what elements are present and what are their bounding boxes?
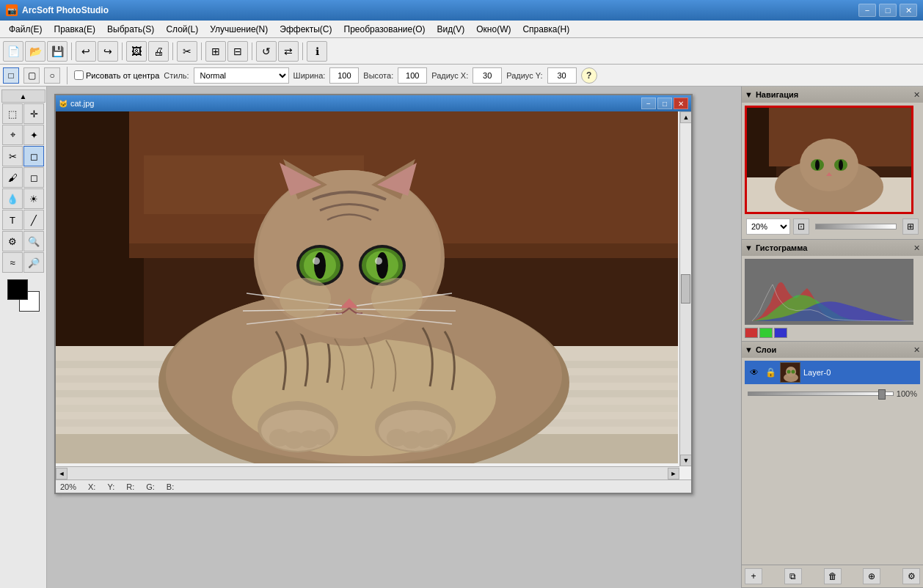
menu-view[interactable]: Вид(V) [431,21,471,37]
crop-button[interactable]: ✂ [177,41,197,62]
doc-scroll-horizontal[interactable]: ◄ ► [56,466,679,479]
opacity-slider-thumb[interactable] [878,389,886,400]
menu-select[interactable]: Выбрать(S) [101,21,160,37]
lasso-tool[interactable]: ⌖ [2,125,23,145]
zoom-actual-button[interactable]: ⊞ [902,218,919,235]
layer-lock-toggle[interactable]: 🔒 [764,366,777,379]
histogram-svg [745,259,913,325]
brush-tool[interactable]: 🖌 [2,167,23,188]
fill-tool[interactable]: 💧 [2,188,23,209]
style-select[interactable]: Normal Fixed Size Proportional [194,67,289,84]
layers-close-button[interactable]: ✕ [913,345,920,355]
navigation-title: Навигация [756,90,798,99]
width-input[interactable] [329,67,359,84]
layer-row-0: 👁 🔒 Layer-0 [745,361,920,384]
navigation-panel-header[interactable]: ▼ Навигация ✕ [742,87,923,103]
smudge-tool[interactable]: ≈ [2,252,23,273]
layer-visibility-toggle[interactable]: 👁 [748,366,761,379]
app-title: ArcSoft PhotoStudio [22,5,109,15]
flip-button[interactable]: ⇄ [278,41,299,62]
zoom-fit-button[interactable]: ⊡ [793,218,809,235]
shape-tool[interactable]: ◻ [23,146,44,166]
ellipse-button[interactable]: ○ [44,67,60,84]
zoom-slider[interactable] [815,224,897,229]
add-layer-button[interactable]: + [745,568,762,584]
layers-panel-header[interactable]: ▼ Слои ✕ [742,342,923,358]
doc-x-label: X: [88,482,95,491]
navigation-close-button[interactable]: ✕ [913,90,920,100]
magic-wand-tool[interactable]: ✦ [23,125,44,145]
menu-transform[interactable]: Преобразование(O) [338,21,431,37]
doc-controls: − □ ✕ [641,98,688,109]
minimize-button[interactable]: − [858,4,876,17]
menu-effects[interactable]: Эффекты(C) [274,21,338,37]
histogram-green-channel[interactable] [759,328,773,338]
undo-button[interactable]: ↩ [76,41,96,62]
help-button[interactable]: ? [581,67,597,84]
image-size-button[interactable]: ⊞ [205,41,226,62]
menu-edit[interactable]: Правка(E) [48,21,102,37]
zoom-select[interactable]: 20% 10% 50% 100% [746,218,790,235]
layer-options-button[interactable]: ⚙ [902,568,920,584]
marquee-rect-tool[interactable]: ⬚ [2,103,23,124]
crop-tool[interactable]: ✂ [2,146,23,166]
draw-from-center-checkbox[interactable] [74,70,84,80]
doc-title-bar: 🐱 cat.jpg − □ ✕ [56,95,691,111]
rounded-rect-button[interactable]: ▢ [23,67,40,84]
radius-y-input[interactable] [547,67,577,84]
draw-from-center-label[interactable]: Рисовать от центра [74,70,159,80]
browse-button[interactable]: 🖼 [126,41,147,62]
menu-file[interactable]: Файл(Е) [3,21,48,37]
histogram-blue-channel[interactable] [774,328,787,338]
doc-close-button[interactable]: ✕ [674,98,688,109]
zoom-out-tool[interactable]: 🔎 [23,252,44,273]
layers-panel: ▼ Слои ✕ 👁 🔒 [742,342,923,588]
foreground-color-swatch[interactable] [7,279,28,300]
eraser-tool[interactable]: ◻ [23,167,44,188]
redo-button[interactable]: ↪ [98,41,118,62]
main-toolbar: 📄 📂 💾 ↩ ↪ 🖼 🖨 ✂ ⊞ ⊟ ↺ ⇄ ℹ [0,38,923,65]
histogram-panel-header[interactable]: ▼ Гистограмма ✕ [742,240,923,256]
zoom-tool[interactable]: 🔍 [23,231,44,251]
scroll-left-button[interactable]: ◄ [56,468,68,479]
menu-layer[interactable]: Слой(L) [160,21,204,37]
print-button[interactable]: 🖨 [148,41,169,62]
close-button[interactable]: ✕ [900,4,917,17]
histogram-red-channel[interactable] [745,328,758,338]
opacity-value: 100% [897,389,917,398]
separator-2 [122,43,123,60]
text-tool[interactable]: T [2,210,23,230]
info-button[interactable]: ℹ [307,41,327,62]
line-tool[interactable]: ╱ [23,210,44,230]
doc-scroll-vertical[interactable]: ▲ ▼ [679,111,691,466]
canvas-size-button[interactable]: ⊟ [227,41,248,62]
navigation-collapse-icon: ▼ [745,90,753,99]
menu-enhance[interactable]: Улучшение(N) [204,21,274,37]
menu-help[interactable]: Справка(H) [517,21,575,37]
menu-window[interactable]: Окно(W) [470,21,517,37]
height-input[interactable] [398,67,427,84]
doc-restore-button[interactable]: □ [657,98,672,109]
open-button[interactable]: 📂 [25,41,45,62]
layer-name: Layer-0 [803,368,917,377]
radius-x-input[interactable] [473,67,502,84]
new-button[interactable]: 📄 [3,41,23,62]
opacity-slider[interactable] [748,392,894,396]
dodge-tool[interactable]: ☀ [23,188,44,209]
duplicate-layer-button[interactable]: ⧉ [784,568,802,584]
scroll-down-button[interactable]: ▼ [680,455,691,466]
rect-shape-button[interactable]: □ [3,67,19,84]
maximize-button[interactable]: □ [879,4,897,17]
merge-layers-button[interactable]: ⊕ [863,568,880,584]
doc-minimize-button[interactable]: − [641,98,656,109]
separator-1 [71,43,72,60]
scroll-right-button[interactable]: ► [668,468,679,479]
rotate-button[interactable]: ↺ [256,41,277,62]
histogram-close-button[interactable]: ✕ [913,243,920,253]
move-tool[interactable]: ✛ [23,103,44,124]
tool-scroll-up[interactable]: ▲ [1,89,45,103]
scroll-up-button[interactable]: ▲ [680,111,691,123]
delete-layer-button[interactable]: 🗑 [824,568,842,584]
save-button[interactable]: 💾 [47,41,68,62]
clone-tool[interactable]: ⚙ [2,231,23,251]
